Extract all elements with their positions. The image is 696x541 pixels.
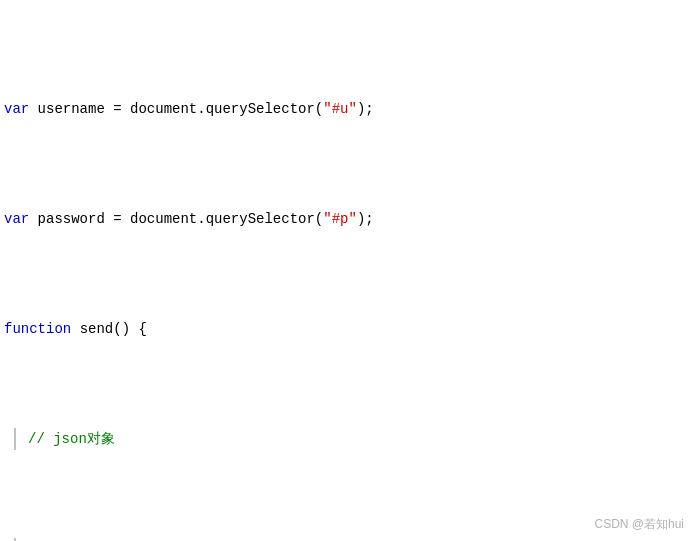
keyword-var: var — [4, 98, 38, 120]
indent-bar — [14, 428, 16, 450]
keyword-var: var — [4, 208, 38, 230]
code-container: var username = document.querySelector("#… — [0, 0, 696, 541]
code-line-4: // json对象 — [0, 428, 696, 450]
code-line-1: var username = document.querySelector("#… — [0, 98, 696, 120]
comment: // json对象 — [28, 428, 115, 450]
code-line-2: var password = document.querySelector("#… — [0, 208, 696, 230]
code-block: var username = document.querySelector("#… — [0, 8, 696, 541]
keyword-function: function — [4, 318, 80, 340]
watermark: CSDN @若知hui — [594, 516, 684, 533]
code-line-3: function send() { — [0, 318, 696, 340]
